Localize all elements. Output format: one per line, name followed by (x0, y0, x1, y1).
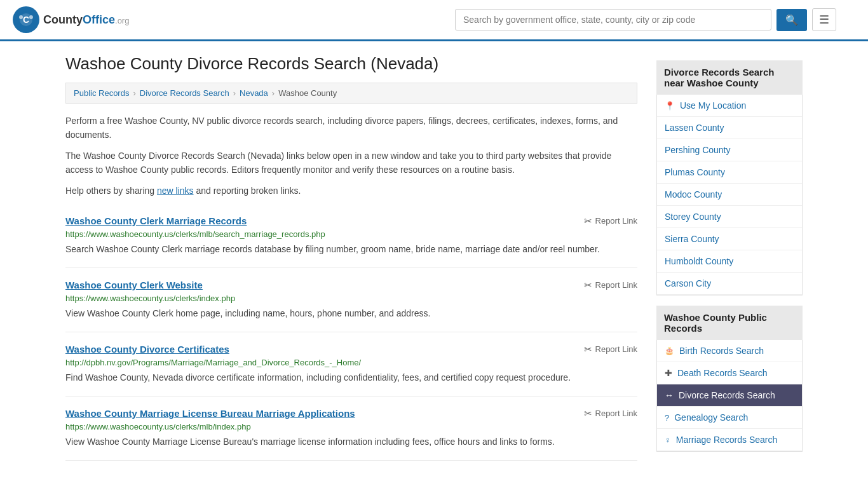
record-header: Washoe County Clerk Marriage Records ✂ R… (65, 215, 637, 227)
sidebar-nearby-item: Sierra County (657, 228, 802, 250)
sidebar-nearby-item: Storey County (657, 206, 802, 228)
desc-para1: Perform a free Washoe County, NV public … (65, 114, 637, 142)
sidebar-nearby-section: Divorce Records Search near Washoe Count… (656, 60, 803, 295)
description: Perform a free Washoe County, NV public … (65, 114, 637, 198)
report-icon: ✂ (584, 280, 592, 291)
sidebar-nearby-link[interactable]: Plumas County (657, 161, 802, 183)
record-title[interactable]: Washoe County Clerk Website (65, 280, 203, 290)
record-desc: View Washoe County Clerk home page, incl… (65, 307, 637, 320)
record-title[interactable]: Washoe County Divorce Certificates (65, 344, 229, 355)
record-desc: Find Washoe County, Nevada divorce certi… (65, 371, 637, 384)
search-button[interactable]: 🔍 (776, 9, 807, 31)
sidebar-nearby-link[interactable]: Humboldt County (657, 250, 802, 272)
sidebar-public-record-link[interactable]: ♀Marriage Records Search (657, 429, 802, 451)
report-icon: ✂ (584, 408, 592, 419)
breadcrumb-divorce-records[interactable]: Divorce Records Search (140, 88, 229, 98)
sidebar-public-record-link[interactable]: 🎂Birth Records Search (657, 340, 802, 362)
sidebar-nearby-link[interactable]: Modoc County (657, 184, 802, 205)
logo-icon: C (13, 6, 39, 33)
sidebar-nearby-item: Humboldt County (657, 250, 802, 273)
records-list: Washoe County Clerk Marriage Records ✂ R… (65, 204, 637, 461)
breadcrumb-public-records[interactable]: Public Records (74, 88, 129, 98)
desc-para2: The Washoe County Divorce Records Search… (65, 149, 637, 177)
record-item: Washoe County Marriage License Bureau Ma… (65, 396, 637, 461)
breadcrumb-sep2: › (233, 88, 236, 98)
content-area: Washoe County Divorce Records Search (Ne… (65, 54, 637, 461)
desc-para3: Help others by sharing new links and rep… (65, 184, 637, 198)
desc-para3-pre: Help others by sharing (65, 186, 157, 196)
svg-text:C: C (23, 15, 29, 25)
sidebar-nearby-item: Modoc County (657, 184, 802, 206)
record-title[interactable]: Washoe County Marriage License Bureau Ma… (65, 408, 355, 419)
sidebar: Divorce Records Search near Washoe Count… (656, 60, 803, 461)
sidebar-public-record-item: 🎂Birth Records Search (657, 340, 802, 362)
sidebar-public-record-link[interactable]: ✚Death Records Search (657, 362, 802, 384)
record-item: Washoe County Clerk Marriage Records ✂ R… (65, 204, 637, 268)
sidebar-nearby-item: Plumas County (657, 161, 802, 184)
desc-para3-post: and reporting broken links. (194, 186, 301, 196)
sidebar-public-record-item: ?Genealogy Search (657, 407, 802, 429)
sidebar-nearby-item: Carson City (657, 273, 802, 295)
svg-point-4 (29, 15, 33, 19)
report-link[interactable]: ✂ Report Link (584, 215, 637, 227)
new-links-link[interactable]: new links (157, 186, 194, 196)
record-header: Washoe County Clerk Website ✂ Report Lin… (65, 280, 637, 291)
birth-icon: 🎂 (665, 346, 674, 355)
search-area: 🔍 ☰ (455, 8, 836, 31)
report-link[interactable]: ✂ Report Link (584, 280, 637, 291)
svg-point-3 (19, 15, 23, 19)
record-desc: Search Washoe County Clerk marriage reco… (65, 243, 637, 256)
sidebar-nearby-link[interactable]: Pershing County (657, 139, 802, 161)
report-label: Report Link (595, 409, 637, 418)
sidebar-public-records-header: Washoe County Public Records (656, 306, 803, 340)
sidebar-nearby-item: Pershing County (657, 139, 802, 161)
sidebar-nearby-link[interactable]: Sierra County (657, 228, 802, 250)
record-header: Washoe County Marriage License Bureau Ma… (65, 408, 637, 419)
search-input[interactable] (455, 9, 771, 30)
sidebar-public-record-link[interactable]: ?Genealogy Search (657, 407, 802, 428)
sidebar-nearby-item: Lassen County (657, 117, 802, 139)
death-icon: ✚ (665, 368, 672, 378)
sidebar-public-record-link[interactable]: ↔Divorce Records Search (657, 384, 802, 406)
sidebar-public-record-item: ✚Death Records Search (657, 362, 802, 384)
report-link[interactable]: ✂ Report Link (584, 344, 637, 355)
report-icon: ✂ (584, 215, 592, 227)
record-item: Washoe County Divorce Certificates ✂ Rep… (65, 332, 637, 396)
breadcrumb-sep1: › (133, 88, 135, 98)
breadcrumb: Public Records › Divorce Records Search … (65, 83, 637, 104)
sidebar-public-records-list: 🎂Birth Records Search ✚Death Records Sea… (656, 340, 803, 452)
sidebar-public-records-section: Washoe County Public Records 🎂Birth Reco… (656, 306, 803, 452)
page-title: Washoe County Divorce Records Search (Ne… (65, 54, 637, 74)
report-label: Report Link (595, 280, 637, 290)
sidebar-public-record-item: ♀Marriage Records Search (657, 429, 802, 451)
report-label: Report Link (595, 344, 637, 354)
divorce-icon: ↔ (665, 390, 674, 400)
logo-text: CountyOffice.org (43, 13, 129, 27)
sidebar-public-record-item: ↔Divorce Records Search (657, 384, 802, 407)
header: C CountyOffice.org 🔍 ☰ (0, 0, 868, 41)
record-url: https://www.washoecounty.us/clerks/index… (65, 294, 637, 303)
genealogy-icon: ? (665, 413, 669, 423)
sidebar-nearby-link[interactable]: Carson City (657, 273, 802, 294)
pin-icon: 📍 (665, 101, 675, 111)
record-title[interactable]: Washoe County Clerk Marriage Records (65, 215, 247, 226)
report-link[interactable]: ✂ Report Link (584, 408, 637, 419)
main-content: Washoe County Divorce Records Search (Ne… (53, 41, 815, 473)
record-desc: View Washoe County Marriage License Bure… (65, 435, 637, 449)
record-item: Washoe County Clerk Website ✂ Report Lin… (65, 268, 637, 332)
record-url: https://www.washoecounty.us/clerks/mlb/i… (65, 422, 637, 431)
breadcrumb-nevada[interactable]: Nevada (240, 88, 268, 98)
logo-area: C CountyOffice.org (13, 6, 129, 33)
sidebar-nearby-list: 📍Use My Location Lassen County Pershing … (656, 95, 803, 295)
sidebar-nearby-link[interactable]: 📍Use My Location (657, 95, 802, 116)
record-url: https://www.washoecounty.us/clerks/mlb/s… (65, 229, 637, 239)
report-label: Report Link (595, 216, 637, 226)
sidebar-nearby-link[interactable]: Storey County (657, 206, 802, 227)
breadcrumb-sep3: › (272, 88, 275, 98)
sidebar-nearby-link[interactable]: Lassen County (657, 117, 802, 139)
record-header: Washoe County Divorce Certificates ✂ Rep… (65, 344, 637, 355)
record-url: http://dpbh.nv.gov/Programs/Marriage/Mar… (65, 358, 637, 367)
breadcrumb-washoe: Washoe County (278, 88, 337, 98)
marriage-icon: ♀ (665, 435, 671, 445)
menu-button[interactable]: ☰ (812, 8, 836, 31)
